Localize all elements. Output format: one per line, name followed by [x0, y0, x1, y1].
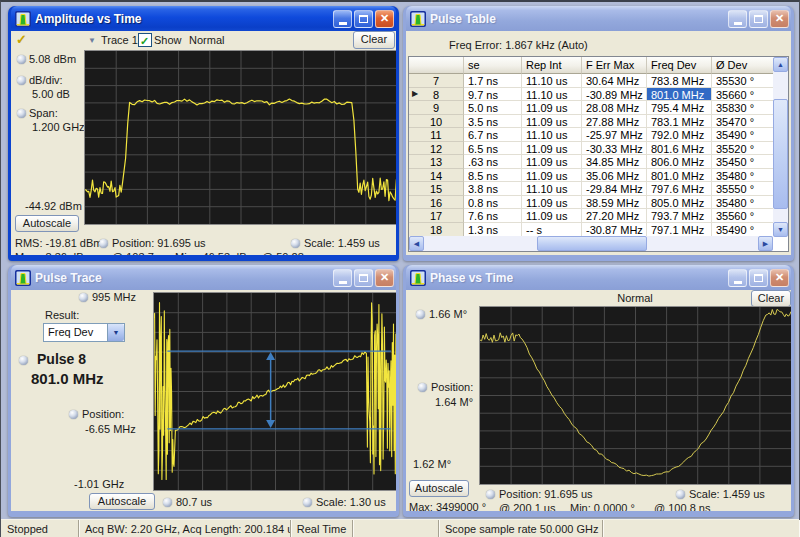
- result-dropdown[interactable]: Freq Dev ▼: [43, 323, 125, 342]
- table-row[interactable]: 116.7 ns11.10 us-25.97 MHz792.0 MHz35490…: [409, 128, 788, 142]
- row-header[interactable]: 13: [409, 155, 464, 169]
- vscroll-thumb[interactable]: [773, 99, 788, 209]
- table-row[interactable]: 8▶9.7 ns11.10 us-30.89 MHz801.0 MHz35660…: [409, 88, 788, 102]
- table-row[interactable]: 153.8 ns11.10 us-29.84 MHz797.6 MHz35550…: [409, 182, 788, 196]
- table-cell[interactable]: 8.5 ns: [464, 169, 522, 183]
- minimize-button[interactable]: [333, 10, 352, 28]
- table-cell[interactable]: 35490 °: [712, 128, 775, 142]
- adjust-knob-icon[interactable]: [17, 76, 26, 85]
- close-button[interactable]: ✕: [375, 269, 394, 287]
- table-cell[interactable]: 0.8 ns: [464, 196, 522, 210]
- table-cell[interactable]: 6.7 ns: [464, 128, 522, 142]
- table-cell[interactable]: 1.3 ns: [464, 223, 522, 237]
- table-cell[interactable]: 35.06 MHz: [582, 169, 647, 183]
- table-cell[interactable]: 35490 °: [712, 223, 775, 237]
- column-header[interactable]: Freq Dev: [647, 57, 712, 74]
- maximize-button[interactable]: [354, 269, 373, 287]
- table-cell[interactable]: 11.09 us: [522, 169, 582, 183]
- table-cell[interactable]: 11.10 us: [522, 128, 582, 142]
- minimize-button[interactable]: [728, 10, 747, 28]
- show-checkbox[interactable]: ✓: [138, 33, 152, 47]
- maximize-button[interactable]: [354, 10, 373, 28]
- table-cell[interactable]: 1.7 ns: [464, 74, 522, 88]
- table-row[interactable]: 13.63 ns11.09 us34.85 MHz806.0 MHz35450 …: [409, 155, 788, 169]
- table-row[interactable]: 148.5 ns11.09 us35.06 MHz801.0 MHz35480 …: [409, 169, 788, 183]
- table-cell[interactable]: -30.89 MHz: [582, 88, 647, 102]
- table-row[interactable]: 177.6 ns11.09 us27.20 MHz793.7 MHz35560 …: [409, 209, 788, 223]
- table-cell[interactable]: -25.97 MHz: [582, 128, 647, 142]
- table-cell[interactable]: 35550 °: [712, 182, 775, 196]
- autoscale-button[interactable]: Autoscale: [15, 215, 79, 232]
- table-cell[interactable]: -- s: [522, 223, 582, 237]
- table-row[interactable]: 160.8 ns11.09 us38.59 MHz805.0 MHz35480 …: [409, 196, 788, 210]
- horizontal-scrollbar[interactable]: ◀ ▶: [409, 236, 773, 251]
- row-header[interactable]: 14: [409, 169, 464, 183]
- clear-button[interactable]: Clear: [751, 290, 791, 307]
- table-cell[interactable]: 3.5 ns: [464, 115, 522, 129]
- table-cell[interactable]: 35450 °: [712, 155, 775, 169]
- scroll-down-icon[interactable]: ▼: [773, 222, 788, 237]
- autoscale-button[interactable]: Autoscale: [89, 493, 155, 510]
- table-cell[interactable]: 38.59 MHz: [582, 196, 647, 210]
- adjust-knob-icon[interactable]: [676, 490, 685, 499]
- amplitude-plot[interactable]: [84, 50, 396, 225]
- column-header[interactable]: F Err Max: [582, 57, 647, 74]
- chevron-down-icon[interactable]: ▼: [88, 36, 96, 45]
- row-header[interactable]: 12: [409, 142, 464, 156]
- table-row[interactable]: 95.0 ns11.09 us28.08 MHz795.4 MHz35830 °: [409, 101, 788, 115]
- adjust-knob-icon[interactable]: [291, 239, 300, 248]
- minimize-button[interactable]: [728, 269, 747, 287]
- adjust-knob-icon[interactable]: [303, 498, 312, 507]
- table-cell[interactable]: 801.0 MHz: [647, 169, 712, 183]
- adjust-knob-icon[interactable]: [99, 239, 108, 248]
- table-cell[interactable]: 801.6 MHz: [647, 142, 712, 156]
- table-cell[interactable]: 783.1 MHz: [647, 115, 712, 129]
- table-cell[interactable]: 806.0 MHz: [647, 155, 712, 169]
- table-cell[interactable]: 35830 °: [712, 101, 775, 115]
- table-cell[interactable]: -29.84 MHz: [582, 182, 647, 196]
- adjust-knob-icon[interactable]: [17, 55, 26, 64]
- close-button[interactable]: ✕: [375, 10, 394, 28]
- table-cell[interactable]: 11.10 us: [522, 74, 582, 88]
- close-button[interactable]: ✕: [770, 10, 789, 28]
- row-header[interactable]: 16: [409, 196, 464, 210]
- trace-selector[interactable]: Trace 1: [101, 34, 138, 46]
- table-cell[interactable]: 11.09 us: [522, 142, 582, 156]
- table-cell[interactable]: 797.6 MHz: [647, 182, 712, 196]
- table-cell[interactable]: 805.0 MHz: [647, 196, 712, 210]
- table-cell[interactable]: 34.85 MHz: [582, 155, 647, 169]
- adjust-knob-icon[interactable]: [418, 383, 427, 392]
- autoscale-button[interactable]: Autoscale: [409, 480, 469, 497]
- adjust-knob-icon[interactable]: [17, 109, 26, 118]
- maximize-button[interactable]: [749, 10, 768, 28]
- table-cell[interactable]: 792.0 MHz: [647, 128, 712, 142]
- vertical-scrollbar[interactable]: ▲ ▼: [773, 57, 788, 237]
- titlebar[interactable]: Phase vs Time ✕: [406, 265, 791, 290]
- table-cell[interactable]: 35660 °: [712, 88, 775, 102]
- table-cell[interactable]: 11.09 us: [522, 209, 582, 223]
- table-cell[interactable]: 7.6 ns: [464, 209, 522, 223]
- table-cell[interactable]: 35530 °: [712, 74, 775, 88]
- table-cell[interactable]: 11.09 us: [522, 115, 582, 129]
- table-cell[interactable]: 35480 °: [712, 169, 775, 183]
- table-cell[interactable]: 3.8 ns: [464, 182, 522, 196]
- titlebar[interactable]: Pulse Table ✕: [406, 6, 791, 31]
- table-cell[interactable]: 27.20 MHz: [582, 209, 647, 223]
- row-header[interactable]: 18: [409, 223, 464, 237]
- row-header[interactable]: 7: [409, 74, 464, 88]
- table-cell[interactable]: 11.09 us: [522, 196, 582, 210]
- table-cell[interactable]: 11.10 us: [522, 88, 582, 102]
- adjust-knob-icon[interactable]: [69, 410, 78, 419]
- row-header-corner[interactable]: [409, 57, 464, 74]
- clear-button[interactable]: Clear: [353, 31, 395, 49]
- hscroll-thumb[interactable]: [537, 236, 647, 251]
- table-cell[interactable]: 35520 °: [712, 142, 775, 156]
- table-cell[interactable]: 35480 °: [712, 196, 775, 210]
- column-header[interactable]: Ø Dev: [712, 57, 775, 74]
- table-cell[interactable]: 35470 °: [712, 115, 775, 129]
- adjust-knob-icon[interactable]: [163, 498, 172, 507]
- scroll-left-icon[interactable]: ◀: [409, 236, 424, 251]
- dropdown-arrow-icon[interactable]: ▼: [107, 324, 124, 341]
- pulse-table[interactable]: seRep IntF Err MaxFreq DevØ Dev 71.7 ns1…: [408, 56, 789, 252]
- maximize-button[interactable]: [749, 269, 768, 287]
